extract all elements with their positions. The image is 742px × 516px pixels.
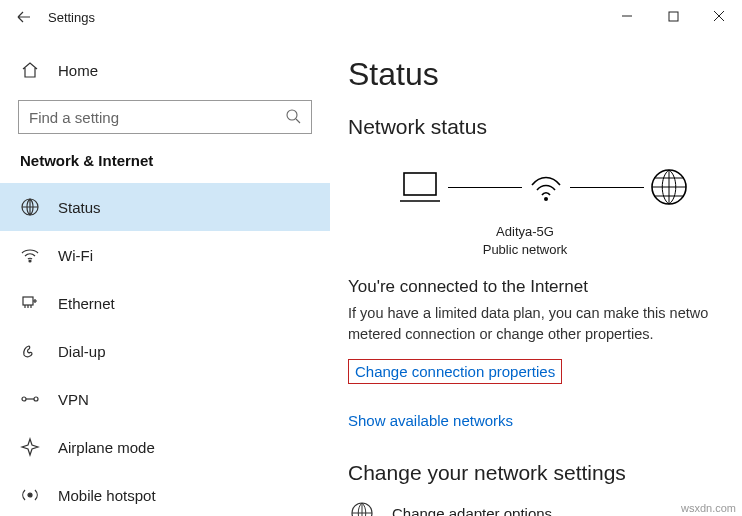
adapter-icon xyxy=(348,499,376,516)
hotspot-icon xyxy=(20,485,40,505)
sidebar-item-vpn[interactable]: VPN xyxy=(0,375,330,423)
connected-description: If you have a limited data plan, you can… xyxy=(348,303,742,345)
close-button[interactable] xyxy=(696,0,742,32)
page-title: Status xyxy=(348,56,742,93)
sidebar-section-header: Network & Internet xyxy=(0,152,330,183)
globe-icon xyxy=(648,166,690,208)
wifi-icon xyxy=(20,245,40,265)
window-title: Settings xyxy=(48,10,95,25)
diagram-line xyxy=(570,187,644,188)
connection-type: Public network xyxy=(330,241,742,259)
connection-name-group: Aditya-5G Public network xyxy=(330,223,742,259)
svg-rect-8 xyxy=(404,173,436,195)
minimize-button[interactable] xyxy=(604,0,650,32)
search-icon xyxy=(285,108,301,127)
svg-rect-0 xyxy=(669,12,678,21)
maximize-button[interactable] xyxy=(650,0,696,32)
svg-point-3 xyxy=(29,260,31,262)
sidebar-item-label: Status xyxy=(58,199,101,216)
titlebar: Settings xyxy=(0,0,742,34)
sidebar-item-label: Airplane mode xyxy=(58,439,155,456)
svg-rect-4 xyxy=(23,297,33,305)
sidebar: Home Find a setting Network & Internet S… xyxy=(0,34,330,516)
vpn-icon xyxy=(20,389,40,409)
sidebar-item-label: Wi-Fi xyxy=(58,247,93,264)
svg-point-6 xyxy=(34,397,38,401)
sidebar-item-dialup[interactable]: Dial-up xyxy=(0,327,330,375)
sidebar-item-wifi[interactable]: Wi-Fi xyxy=(0,231,330,279)
network-diagram xyxy=(396,157,742,217)
sidebar-item-airplane[interactable]: Airplane mode xyxy=(0,423,330,471)
change-settings-heading: Change your network settings xyxy=(348,461,742,485)
sidebar-item-hotspot[interactable]: Mobile hotspot xyxy=(0,471,330,516)
sidebar-item-label: Mobile hotspot xyxy=(58,487,156,504)
sidebar-item-ethernet[interactable]: Ethernet xyxy=(0,279,330,327)
connected-heading: You're connected to the Internet xyxy=(348,277,742,297)
window-caption-buttons xyxy=(604,0,742,32)
airplane-icon xyxy=(20,437,40,457)
sidebar-home[interactable]: Home xyxy=(0,46,330,94)
sidebar-item-status[interactable]: Status xyxy=(0,183,330,231)
search-placeholder: Find a setting xyxy=(29,109,119,126)
svg-point-9 xyxy=(544,197,548,201)
sidebar-item-label: Ethernet xyxy=(58,295,115,312)
diagram-line xyxy=(448,187,522,188)
search-input[interactable]: Find a setting xyxy=(18,100,312,134)
change-connection-properties-link[interactable]: Change connection properties xyxy=(348,359,562,384)
laptop-icon xyxy=(396,167,444,207)
sidebar-item-label: VPN xyxy=(58,391,89,408)
status-icon xyxy=(20,197,40,217)
sidebar-home-label: Home xyxy=(58,62,98,79)
dialup-icon xyxy=(20,341,40,361)
svg-point-5 xyxy=(22,397,26,401)
show-available-networks-link[interactable]: Show available networks xyxy=(348,412,513,429)
svg-point-7 xyxy=(28,493,32,497)
back-button[interactable] xyxy=(0,0,48,34)
network-status-heading: Network status xyxy=(348,115,742,139)
home-icon xyxy=(20,60,40,80)
wifi-node-icon xyxy=(526,167,566,207)
watermark: wsxdn.com xyxy=(681,502,736,514)
ethernet-icon xyxy=(20,293,40,313)
svg-point-1 xyxy=(287,110,297,120)
content-pane: Status Network status Aditya-5G Public n… xyxy=(330,34,742,516)
connection-name: Aditya-5G xyxy=(330,223,742,241)
adapter-options-label: Change adapter options xyxy=(392,505,552,516)
sidebar-item-label: Dial-up xyxy=(58,343,106,360)
